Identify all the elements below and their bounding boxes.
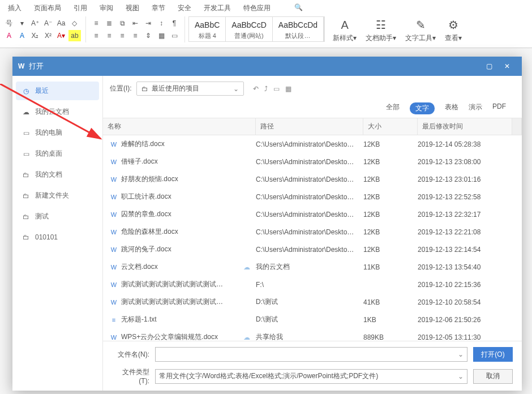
borders-icon[interactable]: ▭ (169, 30, 180, 41)
font-color-icon[interactable]: A▾ (55, 30, 67, 41)
sidebar-item[interactable]: ▭我的电脑 (16, 123, 99, 142)
highlight-icon[interactable]: ab (68, 30, 81, 41)
col-date[interactable]: 最后修改时间 (418, 118, 512, 135)
ribbon-big-button[interactable]: ☷文档助手▾ (361, 16, 401, 44)
filter-tab[interactable]: PDF (492, 102, 506, 114)
align-right-icon[interactable]: ≡ (117, 30, 128, 41)
open-button[interactable]: 打开(O) (473, 347, 513, 362)
highlight-a-icon[interactable]: A (16, 30, 28, 41)
ribbon-tab[interactable]: 特色应用 (238, 1, 276, 15)
search-icon[interactable]: 🔍 (289, 1, 308, 15)
file-path: D:\测试 (256, 315, 363, 324)
filetype-dropdown[interactable]: 常用文件(文字/Word格式;表格/Excel格式;演示/PowerPoint格… (155, 369, 467, 384)
font-color-a-icon[interactable]: A (3, 30, 15, 41)
filter-tab[interactable]: 演示 (469, 102, 482, 114)
file-row[interactable]: W借锤子.docxC:\Users\Administrator\Deskto…1… (103, 153, 522, 170)
number-list-icon[interactable]: ≣ (104, 18, 115, 29)
file-row[interactable]: W云文档.docx☁我的云文档11KB2019-12-13 13:54:40 (103, 258, 522, 276)
ribbon-tab[interactable]: 审阅 (94, 1, 119, 15)
sidebar-item[interactable]: 🗀新建文件夹 (16, 186, 99, 205)
filetype-label: 文件类型(T): (112, 367, 149, 385)
bullet-list-icon[interactable]: ≡ (91, 18, 102, 29)
sidebar-item[interactable]: ☁我的云文档 (16, 102, 99, 121)
filter-tab[interactable]: 表格 (445, 102, 458, 114)
line-spacing-icon[interactable]: ⇕ (143, 30, 154, 41)
file-name: 无标题-1.txt (121, 315, 157, 324)
show-marks-icon[interactable]: ¶ (169, 18, 180, 29)
sidebar-item[interactable]: 🗀010101 (16, 228, 99, 246)
file-name: 跳河的兔子.docx (121, 245, 171, 254)
chevron-down-icon: ⌄ (233, 85, 239, 93)
up-folder-icon[interactable]: ⤴ (264, 85, 268, 93)
ribbon-tab[interactable]: 插入 (2, 1, 27, 15)
style-gallery[interactable]: AaBbC标题 4AaBbCcD普通(网站)AaBbCcDd默认段… (188, 16, 324, 42)
strike-icon[interactable]: X₂ (29, 30, 41, 41)
ribbon-tab[interactable]: 开发工具 (198, 1, 237, 15)
multilevel-list-icon[interactable]: ⧉ (117, 18, 128, 29)
file-name: 云文档.docx (121, 262, 158, 272)
file-path: C:\Users\Administrator\Deskto… (256, 193, 363, 201)
ribbon-tab[interactable]: 安全 (172, 1, 197, 15)
ribbon-tab[interactable]: 章节 (146, 1, 171, 15)
filter-tab[interactable]: 全部 (386, 102, 400, 114)
sidebar-item[interactable]: 🗀测试 (16, 207, 99, 226)
ribbon-big-button[interactable]: ✎文字工具▾ (401, 16, 440, 44)
sidebar-item[interactable]: ▭我的桌面 (16, 144, 99, 163)
clear-format-icon[interactable]: ◇ (68, 18, 80, 29)
sort-icon[interactable]: ↕ (156, 18, 167, 29)
ribbon-tab[interactable]: 页面布局 (28, 1, 67, 15)
location-value: 最近使用的项目 (152, 84, 199, 93)
file-name: 职工统计表.docx (121, 192, 171, 202)
maximize-icon[interactable]: ▢ (480, 57, 498, 75)
ribbon-big-button[interactable]: ⚙查看▾ (440, 16, 466, 44)
file-name: 难解的结.docx (121, 139, 165, 149)
cancel-button[interactable]: 取消 (473, 369, 513, 384)
file-row[interactable]: W测试测试测试测试测试测试测试…D:\测试41KB2019-12-10 20:5… (103, 293, 522, 311)
file-row[interactable]: W危险的森林里.docxC:\Users\Administrator\Deskt… (103, 223, 522, 241)
style-item[interactable]: AaBbC标题 4 (189, 17, 226, 41)
superscript-icon[interactable]: X² (42, 30, 54, 41)
font-grow-icon[interactable]: A⁺ (29, 18, 41, 29)
bottom-bar: 文件名(N): ⌄ 打开(O) 文件类型(T): 常用文件(文字/Word格式;… (103, 341, 522, 391)
col-size[interactable]: 大小 (363, 118, 418, 135)
indent-left-icon[interactable]: ⇤ (130, 18, 141, 29)
sidebar-item[interactable]: 🗀我的文档 (16, 165, 99, 184)
back-icon[interactable]: ↶ (253, 85, 259, 93)
shading-icon[interactable]: ▦ (156, 30, 167, 41)
location-dropdown[interactable]: 🗀 最近使用的项目 ⌄ (136, 82, 244, 96)
file-row[interactable]: W测试测试测试测试测试测试测试…F:\2019-12-10 22:15:36 (103, 276, 522, 293)
file-row[interactable]: W职工统计表.docxC:\Users\Administrator\Deskto… (103, 188, 522, 205)
sidebar-item[interactable]: ◷最近 (16, 82, 99, 100)
style-item[interactable]: AaBbCcD普通(网站) (226, 17, 272, 41)
font-size-dropdown-icon[interactable]: ▾ (16, 18, 28, 29)
sidebar-item-label: 最近 (35, 86, 49, 96)
view-icon[interactable]: ▦ (285, 85, 291, 93)
file-row[interactable]: W囚禁的章鱼.docxC:\Users\Administrator\Deskto… (103, 205, 522, 223)
col-path[interactable]: 路径 (256, 118, 363, 135)
file-row[interactable]: W难解的结.docxC:\Users\Administrator\Deskto…… (103, 135, 522, 153)
new-folder-icon[interactable]: ▭ (273, 85, 280, 93)
file-row[interactable]: W好朋友的烦恼.docxC:\Users\Administrator\Deskt… (103, 170, 522, 188)
ribbon-big-button[interactable]: A新样式▾ (328, 16, 361, 44)
file-row[interactable]: ≡无标题-1.txtD:\测试1KB2019-12-06 21:50:26 (103, 311, 522, 328)
col-name[interactable]: 名称 (103, 118, 256, 135)
ribbon-tab[interactable]: 视图 (120, 1, 145, 15)
align-center-icon[interactable]: ≡ (104, 30, 115, 41)
close-icon[interactable]: ✕ (498, 57, 516, 75)
chevron-down-icon: ⌄ (458, 372, 464, 380)
align-left-icon[interactable]: ≡ (91, 30, 102, 41)
file-row[interactable]: W跳河的兔子.docxC:\Users\Administrator\Deskto… (103, 241, 522, 258)
align-justify-icon[interactable]: ≡ (130, 30, 141, 41)
ribbon-tab[interactable]: 引用 (68, 1, 93, 15)
font-size-field[interactable]: 号 (3, 18, 15, 29)
filename-input[interactable]: ⌄ (155, 347, 467, 362)
file-path: F:\ (256, 281, 363, 289)
filter-tab[interactable]: 文字 (410, 102, 435, 114)
indent-right-icon[interactable]: ⇥ (143, 18, 154, 29)
change-case-icon[interactable]: Aa (55, 18, 67, 29)
font-shrink-icon[interactable]: A⁻ (42, 18, 54, 29)
file-name: WPS+云办公文章编辑规范.docx (121, 332, 218, 341)
file-row[interactable]: WWPS+云办公文章编辑规范.docx☁共享给我889KB2019-12-05 … (103, 328, 522, 341)
ribbon-body: 号 ▾ A⁺ A⁻ Aa ◇ A A X₂ X² A▾ ab ≡ ≣ ⧉ ⇤ (0, 15, 532, 48)
style-item[interactable]: AaBbCcDd默认段… (273, 17, 324, 41)
